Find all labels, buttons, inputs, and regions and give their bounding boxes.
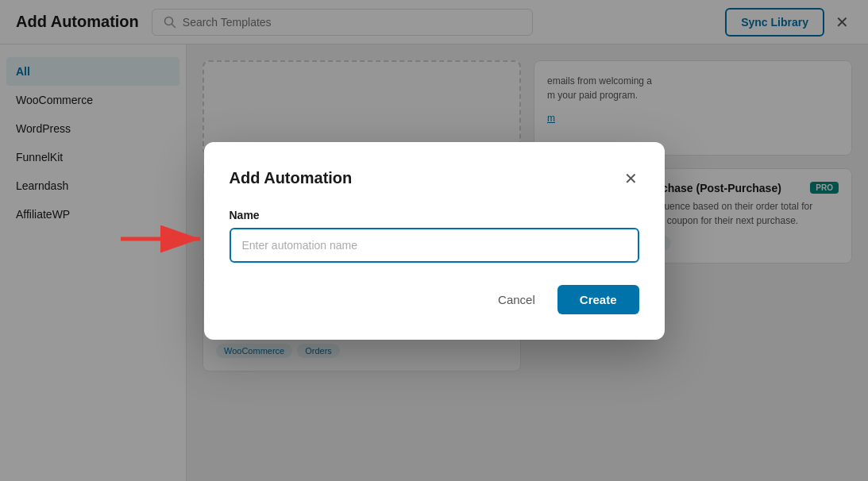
cancel-button[interactable]: Cancel: [485, 285, 548, 314]
main-area: All WooCommerce WordPress FunnelKit Lear…: [0, 44, 868, 481]
modal-header: Add Automation ✕: [230, 167, 639, 190]
add-automation-modal: Add Automation ✕ Name Cancel Create: [204, 142, 665, 340]
create-button[interactable]: Create: [557, 285, 639, 314]
modal-name-label: Name: [230, 209, 639, 221]
modal-title: Add Automation: [230, 169, 353, 187]
modal-footer: Cancel Create: [230, 285, 639, 314]
automation-name-input[interactable]: [230, 228, 639, 263]
arrow-indicator: [121, 223, 216, 258]
modal-close-button[interactable]: ✕: [623, 167, 639, 190]
modal-overlay: Add Automation ✕ Name Cancel Create: [0, 0, 868, 481]
